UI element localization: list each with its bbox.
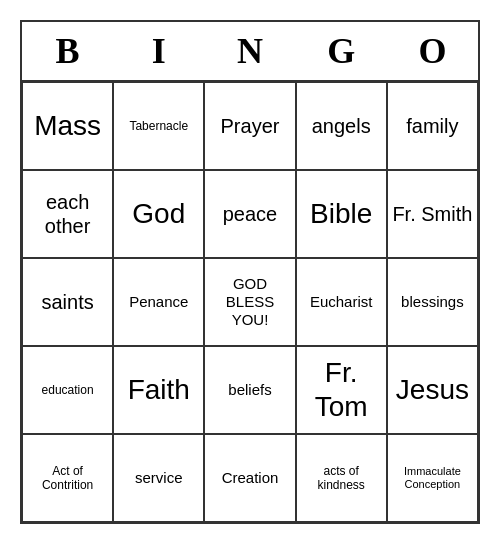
- cell-text: Immaculate Conception: [392, 465, 473, 491]
- bingo-header: BINGO: [22, 22, 478, 82]
- bingo-cell: Tabernacle: [113, 82, 204, 170]
- bingo-cell: acts of kindness: [296, 434, 387, 522]
- bingo-cell: beliefs: [204, 346, 295, 434]
- bingo-cell: education: [22, 346, 113, 434]
- cell-text: service: [135, 469, 183, 487]
- bingo-cell: saints: [22, 258, 113, 346]
- bingo-cell: family: [387, 82, 478, 170]
- cell-text: Tabernacle: [129, 119, 188, 133]
- cell-text: Jesus: [396, 373, 469, 407]
- bingo-cell: Prayer: [204, 82, 295, 170]
- bingo-cell: service: [113, 434, 204, 522]
- cell-text: acts of kindness: [301, 464, 382, 493]
- cell-text: God: [132, 197, 185, 231]
- header-letter: O: [387, 22, 478, 80]
- bingo-cell: Jesus: [387, 346, 478, 434]
- cell-text: Fr. Tom: [301, 356, 382, 423]
- header-letter: I: [113, 22, 204, 80]
- cell-text: Mass: [34, 109, 101, 143]
- bingo-cell: blessings: [387, 258, 478, 346]
- cell-text: Penance: [129, 293, 188, 311]
- bingo-cell: Act of Contrition: [22, 434, 113, 522]
- bingo-grid: MassTabernaclePrayerangelsfamilyeach oth…: [22, 82, 478, 522]
- cell-text: GOD BLESS YOU!: [209, 275, 290, 329]
- bingo-cell: angels: [296, 82, 387, 170]
- cell-text: Fr. Smith: [392, 202, 472, 226]
- cell-text: Eucharist: [310, 293, 373, 311]
- cell-text: Creation: [222, 469, 279, 487]
- cell-text: blessings: [401, 293, 464, 311]
- cell-text: Prayer: [221, 114, 280, 138]
- cell-text: beliefs: [228, 381, 271, 399]
- bingo-cell: Immaculate Conception: [387, 434, 478, 522]
- cell-text: family: [406, 114, 458, 138]
- bingo-cell: God: [113, 170, 204, 258]
- header-letter: B: [22, 22, 113, 80]
- cell-text: Act of Contrition: [27, 464, 108, 493]
- cell-text: saints: [41, 290, 93, 314]
- header-letter: N: [204, 22, 295, 80]
- bingo-cell: Fr. Smith: [387, 170, 478, 258]
- bingo-cell: peace: [204, 170, 295, 258]
- bingo-cell: Mass: [22, 82, 113, 170]
- bingo-cell: Faith: [113, 346, 204, 434]
- bingo-card: BINGO MassTabernaclePrayerangelsfamilyea…: [20, 20, 480, 524]
- bingo-cell: each other: [22, 170, 113, 258]
- header-letter: G: [296, 22, 387, 80]
- cell-text: education: [42, 383, 94, 397]
- cell-text: peace: [223, 202, 278, 226]
- cell-text: each other: [27, 190, 108, 238]
- cell-text: Bible: [310, 197, 372, 231]
- cell-text: Faith: [128, 373, 190, 407]
- bingo-cell: Fr. Tom: [296, 346, 387, 434]
- cell-text: angels: [312, 114, 371, 138]
- bingo-cell: Bible: [296, 170, 387, 258]
- bingo-cell: Eucharist: [296, 258, 387, 346]
- bingo-cell: Penance: [113, 258, 204, 346]
- bingo-cell: Creation: [204, 434, 295, 522]
- bingo-cell: GOD BLESS YOU!: [204, 258, 295, 346]
